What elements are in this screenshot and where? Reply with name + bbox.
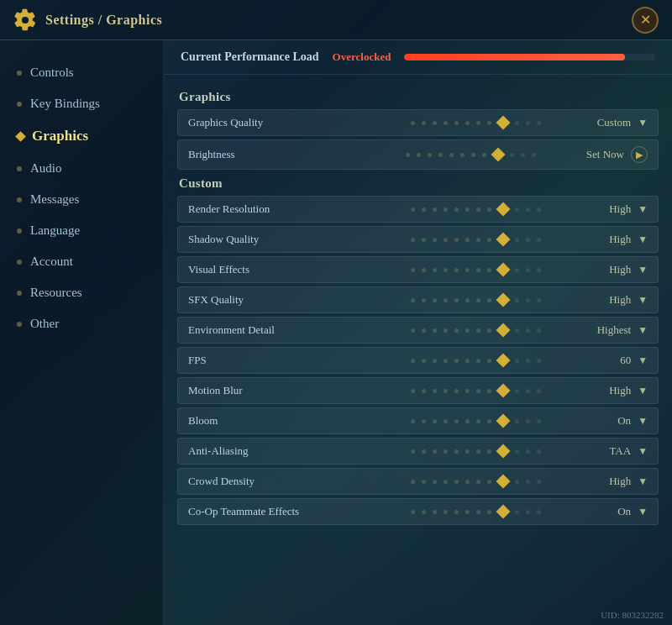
slider-dot [411, 207, 415, 212]
setting-row-render-resolution[interactable]: Render ResolutionHigh▼ [177, 196, 659, 223]
slider-dot [411, 389, 415, 393]
performance-bar-track [404, 54, 655, 60]
slider-dot [515, 419, 519, 423]
arrow-circle-icon[interactable]: ▶ [631, 146, 648, 163]
close-button[interactable]: ✕ [632, 7, 659, 34]
dropdown-arrow-icon[interactable]: ▼ [638, 234, 648, 246]
slider-dot [444, 510, 448, 514]
right-panel: Current Performance Load Overclocked Gra… [164, 40, 672, 625]
setting-row-bloom[interactable]: BloomOn▼ [177, 407, 659, 434]
slider-area [381, 234, 573, 244]
sidebar-item-key-bindings[interactable]: Key Bindings [0, 88, 163, 119]
slider-dot [433, 510, 437, 514]
slider-dot [444, 207, 448, 212]
slider-dot [465, 419, 470, 423]
slider-dot [444, 449, 448, 454]
sidebar-item-controls[interactable]: Controls [0, 57, 163, 88]
slider-dot [433, 268, 437, 272]
slider-dot [465, 328, 470, 333]
slider-dot [444, 419, 448, 423]
setting-row-sfx-quality[interactable]: SFX QualityHigh▼ [177, 286, 659, 313]
slider-dot [422, 449, 426, 454]
slider-dot [537, 510, 541, 514]
slider-dot [526, 328, 530, 333]
settings-scroll[interactable]: GraphicsGraphics QualityCustom▼Brightnes… [164, 75, 672, 625]
setting-row-motion-blur[interactable]: Motion BlurHigh▼ [177, 377, 659, 404]
slider-dot [526, 268, 530, 272]
slider-area [381, 265, 573, 275]
setting-name: Graphics Quality [188, 116, 381, 129]
slider-dot [526, 449, 530, 454]
setting-row-environment-detail[interactable]: Environment DetailHighest▼ [177, 317, 659, 344]
slider-dot [465, 480, 470, 484]
setting-value: Highest [572, 323, 631, 337]
slider-dot [454, 419, 459, 423]
slider-dot [433, 238, 437, 242]
sidebar-item-graphics[interactable]: Graphics [0, 119, 163, 153]
setting-row-crowd-density[interactable]: Crowd DensityHigh▼ [177, 468, 659, 495]
sidebar-item-language[interactable]: Language [0, 215, 163, 246]
slider-dot [537, 238, 541, 242]
gear-icon [13, 8, 37, 32]
slider-dot [433, 389, 437, 393]
setting-row-fps[interactable]: FPS60▼ [177, 347, 659, 374]
setting-row-shadow-quality[interactable]: Shadow QualityHigh▼ [177, 226, 659, 253]
setting-row-anti-aliasing[interactable]: Anti-AliasingTAA▼ [177, 438, 659, 465]
slider-dot [433, 328, 437, 333]
dropdown-arrow-icon[interactable]: ▼ [638, 415, 648, 428]
dropdown-arrow-icon[interactable]: ▼ [638, 506, 648, 518]
dropdown-arrow-icon[interactable]: ▼ [638, 445, 648, 458]
slider-dot [515, 359, 519, 363]
slider-dot [487, 510, 491, 514]
dropdown-arrow-icon[interactable]: ▼ [638, 355, 648, 367]
slider-dot [433, 207, 437, 212]
slider-dot [465, 359, 470, 363]
setting-name: SFX Quality [188, 293, 381, 307]
sidebar-item-account[interactable]: Account [0, 246, 163, 277]
slider-dot [433, 359, 437, 363]
sidebar-label: Graphics [32, 128, 88, 144]
slider-dot [465, 298, 470, 302]
slider-dot [515, 328, 519, 333]
slider-dot [465, 389, 470, 393]
setting-row-visual-effects[interactable]: Visual EffectsHigh▼ [177, 256, 659, 283]
dropdown-arrow-icon[interactable]: ▼ [638, 475, 648, 488]
slider-dot [526, 238, 530, 242]
sidebar-item-resources[interactable]: Resources [0, 277, 163, 308]
sidebar-item-audio[interactable]: Audio [0, 153, 163, 184]
setting-row-co-op-teammate-effects[interactable]: Co-Op Teammate EffectsOn▼ [177, 498, 659, 525]
sidebar-bullet [17, 166, 22, 171]
sidebar-item-messages[interactable]: Messages [0, 184, 163, 215]
section-title-graphics: Graphics [179, 90, 659, 104]
slider-dot [526, 419, 530, 423]
slider-diamond [496, 384, 511, 398]
setting-row-brightness[interactable]: BrightnessSet Now▶ [177, 139, 659, 170]
slider-dot [454, 298, 459, 302]
dropdown-arrow-icon[interactable]: ▼ [638, 264, 648, 276]
dropdown-arrow-icon[interactable]: ▼ [638, 294, 648, 307]
slider-dot [411, 328, 415, 333]
slider-area [381, 325, 573, 335]
slider-dot [433, 298, 437, 302]
slider-dot [476, 268, 480, 272]
setting-value: Set Now [565, 148, 624, 161]
dropdown-arrow-icon[interactable]: ▼ [638, 385, 648, 397]
dropdown-arrow-icon[interactable]: ▼ [638, 324, 648, 337]
setting-row-graphics-quality[interactable]: Graphics QualityCustom▼ [177, 109, 659, 136]
setting-value: TAA [572, 444, 631, 458]
slider-diamond [496, 444, 511, 459]
dropdown-arrow-icon[interactable]: ▼ [638, 203, 648, 216]
slider-dot [476, 419, 480, 423]
slider-dot [454, 480, 459, 484]
sidebar-label: Language [30, 223, 80, 238]
slider-dot [411, 419, 415, 423]
slider-dot [487, 121, 491, 125]
slider-dot [444, 328, 448, 333]
sidebar-item-other[interactable]: Other [0, 308, 163, 339]
dropdown-arrow-icon[interactable]: ▼ [638, 117, 648, 129]
setting-name: Shadow Quality [188, 233, 381, 246]
slider-dot [482, 153, 486, 157]
slider-dot [411, 298, 415, 302]
slider-dot [487, 419, 491, 423]
slider-diamond [496, 323, 511, 338]
